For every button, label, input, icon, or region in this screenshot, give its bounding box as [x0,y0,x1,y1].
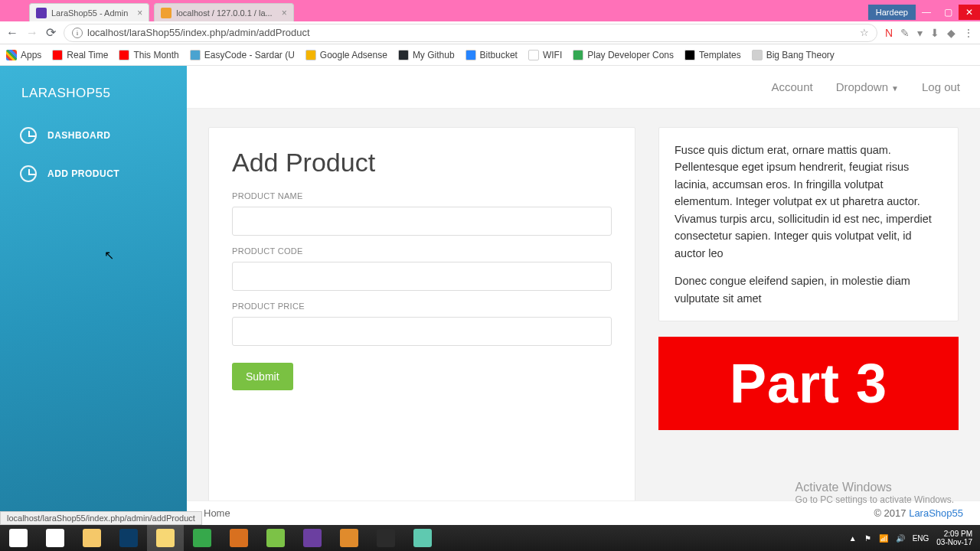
info-card: Fusce quis dictum erat, ornare mattis qu… [658,127,959,321]
bookmark-favicon [466,50,476,60]
bookmark-item[interactable]: EasyCode - Sardar (U [190,50,295,60]
bookmark-item[interactable]: Google Adsense [305,50,387,60]
nav-dropdown[interactable]: Dropdown▼ [836,80,899,93]
bookmark-label: Play Developer Cons [587,50,674,60]
menu-icon[interactable]: ⋮ [963,27,974,39]
taskbar-app-button[interactable] [147,525,184,551]
extension-icon[interactable]: ▾ [917,27,923,39]
taskbar-app-button[interactable] [257,525,294,551]
bookmark-favicon [528,50,539,60]
windows-taskbar: ▲ ⚑ 📶 🔊 ENG 2:09 PM 03-Nov-17 [0,525,980,551]
tray-clock[interactable]: 2:09 PM 03-Nov-17 [936,530,972,546]
main-column: Account Dropdown▼ Log out Add Product PR… [187,66,980,525]
taskbar-app-button[interactable] [37,525,74,551]
bookmark-item[interactable]: Big Bang Theory [752,50,835,60]
bookmark-item[interactable]: Bitbucket [466,50,518,60]
bookmark-favicon [119,50,129,60]
info-paragraph: Fusce quis dictum erat, ornare mattis qu… [675,142,942,262]
start-button[interactable] [0,525,37,551]
add-product-form: Add Product PRODUCT NAME PRODUCT CODE PR… [208,127,635,507]
info-paragraph: Donec congue eleifend sapien, in molesti… [675,272,942,307]
input-product-name[interactable] [232,207,612,236]
extension-icon[interactable]: ◆ [947,27,956,39]
tray-flag-icon[interactable]: ⚑ [864,534,871,543]
bookmark-label: EasyCode - Sardar (U [204,50,295,60]
window-minimize-button[interactable]: — [916,5,937,20]
window-maximize-button[interactable]: ▢ [937,5,959,20]
taskbar-app-button[interactable] [294,525,331,551]
close-tab-icon[interactable]: × [282,8,287,18]
bookmark-item[interactable]: This Month [119,50,178,60]
system-tray[interactable]: ▲ ⚑ 📶 🔊 ENG 2:09 PM 03-Nov-17 [841,530,980,546]
bookmark-label: Bitbucket [480,50,518,60]
bookmark-label: Big Bang Theory [766,50,835,60]
tab-title: LaraShop55 - Admin [51,8,128,18]
label-product-price: PRODUCT PRICE [232,302,612,311]
bookmark-item[interactable]: My Github [398,50,455,60]
taskbar-app-button[interactable] [74,525,110,551]
site-info-icon[interactable]: i [72,28,83,38]
bookmark-item[interactable]: Templates [684,50,741,60]
footer-home-link[interactable]: Home [204,507,230,519]
bookmark-item[interactable]: Play Developer Cons [573,50,674,60]
favicon [36,8,47,18]
bookmark-favicon [52,50,63,60]
address-bar[interactable]: i localhost/laraShop55/index.php/admin/a… [64,24,877,42]
app-root: LARASHOP55 DASHBOARD ADD PRODUCT Account… [0,66,980,525]
taskbar-app-button[interactable] [331,525,368,551]
sidebar-item-add-product[interactable]: ADD PRODUCT [0,155,187,193]
top-nav: Account Dropdown▼ Log out [187,66,980,109]
tray-network-icon[interactable]: 📶 [879,534,888,543]
bookmark-favicon [752,50,763,60]
bookmark-favicon [398,50,409,60]
bookmark-label: Real Time [67,50,108,60]
tray-language[interactable]: ENG [913,534,929,543]
back-button[interactable]: ← [6,26,18,40]
nav-logout-link[interactable]: Log out [922,80,960,93]
browser-titlebar: LaraShop55 - Admin × localhost / 127.0.0… [0,0,980,21]
sidebar-item-dashboard[interactable]: DASHBOARD [0,116,187,155]
page-title: Add Product [232,148,612,178]
favicon [161,8,172,18]
taskbar-app-button[interactable] [184,525,220,551]
extension-icon[interactable]: N [885,27,893,39]
taskbar-app-button[interactable] [110,525,147,551]
brand-logo[interactable]: LARASHOP55 [0,66,187,116]
sidebar-item-label: DASHBOARD [47,130,111,141]
browser-toolbar: ← → ⟳ i localhost/laraShop55/index.php/a… [0,21,980,44]
taskbar-app-button[interactable] [220,525,257,551]
extension-icon[interactable]: ✎ [900,27,910,39]
browser-tab-active[interactable]: LaraShop55 - Admin × [29,3,149,21]
clock-icon [20,127,37,144]
input-product-price[interactable] [232,317,612,346]
tray-up-icon[interactable]: ▲ [849,534,857,543]
submit-button[interactable]: Submit [232,363,293,390]
browser-tab-inactive[interactable]: localhost / 127.0.0.1 / la... × [154,3,293,21]
bookmark-label: This Month [133,50,178,60]
footer-brand-link[interactable]: LaraShop55 [909,507,963,519]
bookmark-item[interactable]: WIFI [528,50,562,60]
star-icon[interactable]: ☆ [860,27,869,38]
tab-title: localhost / 127.0.0.1 / la... [176,8,272,18]
bookmark-favicon [190,50,201,60]
taskbar-app-button[interactable] [404,525,441,551]
bookmark-favicon [684,50,695,60]
nav-account-link[interactable]: Account [771,80,812,93]
taskbar-app-button[interactable] [368,525,404,551]
app-footer: Home © 2017 LaraShop55 [187,500,980,525]
clock-icon [20,165,37,182]
close-tab-icon[interactable]: × [137,8,142,18]
hover-link-status: localhost/laraShop55/index.php/admin/add… [0,511,202,525]
apps-shortcut[interactable]: Apps [6,50,41,60]
caret-down-icon: ▼ [891,84,899,93]
window-close-button[interactable]: ✕ [959,5,980,20]
forward-button[interactable]: → [26,26,38,40]
input-product-code[interactable] [232,262,612,291]
tray-volume-icon[interactable]: 🔊 [896,534,905,543]
extension-icon[interactable]: ⬇ [930,27,939,39]
right-column: Fusce quis dictum erat, ornare mattis qu… [658,127,959,507]
bookmark-item[interactable]: Real Time [52,50,108,60]
bookmark-label: Google Adsense [320,50,387,60]
reload-button[interactable]: ⟳ [46,25,56,40]
content-area: Add Product PRODUCT NAME PRODUCT CODE PR… [187,109,980,525]
